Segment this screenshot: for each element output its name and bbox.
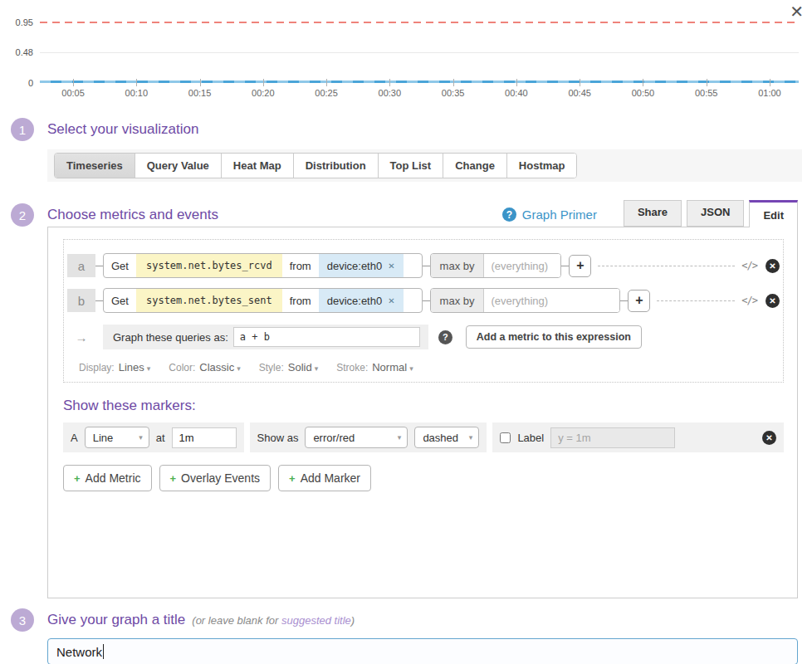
step-3-header: 3 Give your graph a title (or leave blan… [11,608,812,632]
tab-query-value[interactable]: Query Value [135,154,221,178]
tab-heat-map[interactable]: Heat Map [221,154,293,178]
marker-prefix-label: A [71,432,78,444]
scope-chip[interactable]: device:eth0 ✕ [319,254,404,277]
visualization-tabs: Timeseries Query Value Heat Map Distribu… [54,153,577,178]
step-1-title: Select your visualization [47,121,198,138]
query-letter-badge: a [67,254,95,277]
connector-line [95,300,103,301]
tab-json[interactable]: JSON [687,200,744,227]
remove-query-icon[interactable]: ✕ [766,294,780,308]
tick-mark [453,79,454,86]
metrics-header-right: ? Graph Primer Share JSON Edit [502,200,812,227]
group-by-input[interactable] [484,254,560,277]
plot-area: 00:0500:1000:1500:2000:2500:3000:3500:40… [40,0,799,106]
tab-edit[interactable]: Edit [749,200,798,227]
aggregation-group: max by [430,253,562,278]
expression-help-icon[interactable]: ? [438,330,452,344]
x-tick-label: 00:55 [695,88,718,98]
tab-hostmap[interactable]: Hostmap [506,154,577,178]
query-row-b: b Get system.net.bytes_sent from device:… [67,288,780,313]
x-tick-label: 00:50 [632,88,655,98]
tick-mark [326,79,327,86]
scope-remove-icon[interactable]: ✕ [388,261,394,271]
metric-chip[interactable]: system.net.bytes_sent [136,289,282,312]
x-tick-label: 00:45 [568,88,591,98]
tab-change[interactable]: Change [443,154,506,178]
scope-remove-icon[interactable]: ✕ [388,296,394,305]
dashed-connector [598,266,735,266]
max-by-label[interactable]: max by [431,254,485,277]
at-label: at [156,432,165,444]
tick-mark [516,79,517,86]
tab-timeseries[interactable]: Timeseries [55,154,135,178]
x-tick-label: 00:25 [315,88,338,98]
plus-icon: + [170,472,177,485]
add-marker-button[interactable]: + Add Marker [278,465,371,491]
tick-mark [707,79,707,86]
marker-type-select[interactable]: Line▾ [85,427,149,448]
metric-chip[interactable]: system.net.bytes_rcvd [136,254,282,277]
marker-label-input[interactable] [550,427,675,448]
color-dropdown[interactable]: Classic▾ [199,361,240,374]
query-box[interactable]: Get system.net.bytes_sent from device:et… [103,288,423,313]
tick-mark [73,79,74,86]
tab-share[interactable]: Share [624,200,682,227]
marker-type-segment: A Line▾ at [63,422,244,452]
x-tick-label: 01:00 [758,88,781,98]
tick-mark [200,79,201,86]
get-label: Get [104,295,136,307]
x-tick-label: 00:35 [442,88,465,98]
x-tick-label: 00:15 [188,88,212,98]
tick-mark [263,79,264,86]
query-box[interactable]: Get system.net.bytes_rcvd from device:et… [103,253,423,278]
chevron-down-icon: ▾ [139,433,143,442]
stroke-label: Stroke: [336,362,368,374]
code-view-icon[interactable]: </> [741,260,757,271]
label-label: Label [517,432,544,444]
add-group-by-button[interactable]: + [628,290,650,312]
graph-primer-link[interactable]: ? Graph Primer [502,208,597,222]
max-by-label[interactable]: max by [431,289,485,312]
graph-primer-label: Graph Primer [522,208,597,222]
scope-value: device:eth0 [327,260,383,272]
add-group-by-button[interactable]: + [569,255,591,277]
expression-input[interactable] [233,327,420,347]
connector-line [561,266,569,266]
get-label: Get [104,260,136,272]
group-by-input[interactable] [484,289,619,312]
graph-title-input[interactable]: Network [47,638,798,664]
suggested-title-link[interactable]: suggested title [281,614,351,627]
remove-marker-icon[interactable]: ✕ [762,431,776,445]
step-3-title: Give your graph a title [47,612,185,628]
query-group: a Get system.net.bytes_rcvd from device:… [63,239,784,383]
plus-icon: + [289,472,296,485]
add-metric-button[interactable]: + Add Metric [63,465,152,491]
style-dropdown[interactable]: Solid▾ [288,361,318,374]
query-letter-badge: b [67,289,95,312]
marker-label-checkbox[interactable] [500,432,511,443]
tab-top-list[interactable]: Top List [378,154,443,178]
graph-preview: 0.950.480 00:0500:1000:1500:2000:2500:30… [0,0,812,106]
tick-mark [770,79,770,86]
overlay-events-button[interactable]: + Overlay Events [159,465,271,491]
add-metric-to-expression-button[interactable]: Add a metric to this expression [466,325,642,349]
display-options-row: Display: Lines▾ Color: Classic▾ Style: S… [79,361,780,374]
marker-value-input[interactable] [172,427,237,448]
x-tick-label: 00:20 [252,88,275,98]
plus-icon: + [74,472,81,485]
tick-mark [136,79,137,86]
aggregation-group: max by [430,288,621,313]
expression-bar: Graph these queries as: [103,325,428,349]
tab-distribution[interactable]: Distribution [293,154,378,178]
scope-chip[interactable]: device:eth0 ✕ [319,289,404,312]
marker-dash-select[interactable]: dashed▾ [414,427,479,448]
chevron-down-icon: ▾ [398,433,402,442]
y-tick-label: 0.95 [16,17,33,27]
stroke-dropdown[interactable]: Normal▾ [372,361,413,374]
step-1-header: 1 Select your visualization [11,118,812,141]
step-1-badge: 1 [11,118,34,141]
remove-query-icon[interactable]: ✕ [766,259,780,273]
code-view-icon[interactable]: </> [741,295,757,306]
marker-color-select[interactable]: error/red▾ [305,427,408,448]
display-dropdown[interactable]: Lines▾ [119,361,151,374]
